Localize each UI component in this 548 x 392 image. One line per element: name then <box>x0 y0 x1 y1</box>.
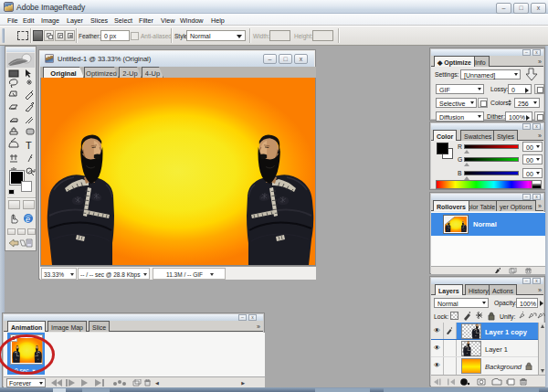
svg-text:e: e <box>26 215 30 224</box>
svg-text:T: T <box>26 140 32 151</box>
